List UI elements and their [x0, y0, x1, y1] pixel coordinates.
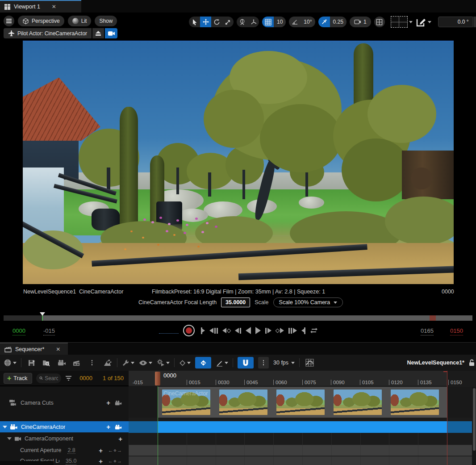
scale-snap-button[interactable]	[318, 17, 330, 27]
rotation-snap-value[interactable]: 10°	[301, 17, 315, 27]
view-options-dropdown[interactable]	[139, 357, 152, 369]
track-value[interactable]: 2.8	[67, 447, 75, 454]
move-tool-button[interactable]	[200, 17, 211, 27]
cinecameraactor-lane[interactable]	[129, 421, 476, 433]
record-button[interactable]	[183, 325, 195, 336]
scale-tool-button[interactable]	[222, 17, 234, 27]
camera-cut-thumbnail[interactable]	[276, 390, 325, 415]
filter-icon[interactable]	[65, 376, 72, 381]
tab-sequencer[interactable]: Sequencer* ✕	[0, 343, 68, 355]
play-button[interactable]	[253, 325, 263, 336]
camera-cut-thumbnail[interactable]	[219, 390, 267, 415]
show-button[interactable]: Show	[95, 16, 117, 26]
eject-pilot-button[interactable]	[92, 28, 104, 38]
collapse-triangle-icon[interactable]	[3, 426, 7, 428]
timeline-ruler[interactable]: -015 0015 0030 0045 0060 0075 0090 0105 …	[129, 371, 476, 386]
add-key-button[interactable]: +	[99, 458, 103, 465]
create-camera-button[interactable]	[56, 357, 67, 369]
grid-snap-button[interactable]	[262, 17, 274, 27]
vertical-scrollbar[interactable]	[472, 387, 476, 465]
perspective-button[interactable]: Perspective	[18, 16, 64, 26]
previous-key-button[interactable]	[220, 325, 233, 336]
world-space-button[interactable]	[237, 17, 248, 27]
add-section-button[interactable]: +	[106, 423, 110, 430]
add-key-button[interactable]: +	[99, 447, 103, 454]
viewport-layout-button[interactable]	[374, 17, 385, 27]
add-section-button[interactable]: +	[106, 399, 110, 406]
viewport-options-button[interactable]	[4, 16, 14, 26]
next-key-button[interactable]	[274, 325, 286, 336]
camera-rotation-field[interactable]: 0.0 °	[438, 17, 473, 27]
lock-button[interactable]	[468, 359, 475, 366]
step-forward-button[interactable]	[263, 325, 274, 336]
key-navigation[interactable]: ←⋄→	[108, 458, 122, 464]
focal-length-field[interactable]: 35.0000	[221, 297, 250, 307]
sequence-breadcrumb[interactable]: NewLevelSequence1*	[407, 355, 464, 371]
current-focal-length-lane[interactable]	[129, 456, 476, 465]
camera-cut-thumbnail[interactable]	[391, 390, 439, 415]
render-options-dots[interactable]	[87, 357, 97, 369]
scrubber-playhead-marker[interactable]	[40, 312, 45, 316]
timeline-scrubber[interactable]	[4, 315, 472, 321]
select-tool-button[interactable]	[189, 17, 200, 27]
tab-viewport-1[interactable]: Viewport 1 ✕	[0, 0, 81, 13]
toggle-camera-view-button[interactable]	[105, 28, 117, 38]
render-movie-button[interactable]	[71, 357, 82, 369]
settings-dropdown[interactable]	[122, 357, 134, 369]
play-reverse-button[interactable]	[243, 325, 253, 336]
transport-start-frame[interactable]: -015	[43, 327, 55, 335]
close-icon[interactable]: ✕	[56, 346, 60, 352]
auto-key-button[interactable]	[195, 357, 211, 369]
previous-frame-button[interactable]	[207, 325, 220, 336]
keyframe-options-dropdown[interactable]	[179, 357, 191, 369]
curve-tools-dropdown[interactable]	[216, 357, 228, 369]
add-track-button[interactable]: + Track	[4, 373, 32, 384]
scrollbar-thumb[interactable]	[473, 388, 476, 451]
rotation-snap-button[interactable]	[289, 17, 301, 27]
sequence-actions-button[interactable]	[102, 357, 113, 369]
viewport-scene[interactable]	[23, 41, 454, 284]
camera-lock-icon[interactable]	[115, 400, 122, 406]
transport-end-extended[interactable]: 0165	[421, 327, 434, 335]
snapping-options-dots[interactable]	[258, 357, 269, 369]
next-frame-button[interactable]	[286, 325, 299, 336]
key-navigation[interactable]: ←⋄→	[108, 448, 122, 453]
search-input[interactable]	[45, 375, 58, 381]
screen-percentage-dropdown[interactable]	[391, 16, 413, 28]
jump-to-start-button[interactable]	[199, 325, 207, 336]
scale-snap-value[interactable]: 0.25	[330, 17, 347, 27]
transport-spin-field[interactable]	[159, 327, 179, 334]
rotate-tool-button[interactable]	[211, 17, 222, 27]
camera-edit-dropdown[interactable]	[416, 17, 431, 27]
camera-cuts-lane[interactable]: CineCameraActor	[129, 387, 476, 418]
collapse-triangle-icon[interactable]	[7, 437, 12, 440]
playback-options-dropdown[interactable]	[157, 357, 170, 369]
snapping-button[interactable]	[238, 357, 254, 369]
horizontal-scrollbar[interactable]	[0, 461, 54, 465]
loop-button[interactable]	[308, 325, 320, 336]
grid-snap-value[interactable]: 10	[274, 17, 286, 27]
transport-current-frame[interactable]: 0000	[13, 327, 25, 335]
track-row-cinecameraactor[interactable]: CineCameraActor +	[0, 421, 129, 432]
track-row-camera-cuts[interactable]: Camera Cuts +	[0, 397, 129, 408]
playhead-marker[interactable]	[155, 372, 160, 385]
current-time-display[interactable]: 0000	[79, 375, 92, 381]
camera-speed-button[interactable]: 1	[350, 17, 371, 27]
camera-lock-icon[interactable]	[115, 424, 122, 430]
curve-editor-button[interactable]	[304, 357, 315, 369]
fps-dropdown[interactable]: 30 fps	[273, 360, 295, 366]
playhead-line[interactable]	[158, 386, 159, 465]
sequencer-lanes[interactable]: -015 0015 0030 0045 0060 0075 0090 0105 …	[129, 371, 476, 465]
local-space-button[interactable]	[248, 17, 259, 27]
step-back-button[interactable]	[233, 325, 243, 336]
current-aperture-lane[interactable]	[129, 445, 476, 456]
browse-sequence-button[interactable]	[41, 357, 52, 369]
cinecameraactor-section[interactable]	[158, 421, 447, 433]
cameracomponent-lane[interactable]	[129, 433, 476, 445]
save-button[interactable]	[26, 357, 37, 369]
frame-range-display[interactable]: 1 of 150	[103, 375, 124, 381]
camera-rotation-dropdown[interactable]	[473, 17, 476, 27]
add-section-button[interactable]: +	[118, 436, 122, 442]
transport-end-frame[interactable]: 0150	[450, 327, 463, 335]
scale-camera-dropdown[interactable]: Scale 100% Camera	[273, 297, 343, 307]
